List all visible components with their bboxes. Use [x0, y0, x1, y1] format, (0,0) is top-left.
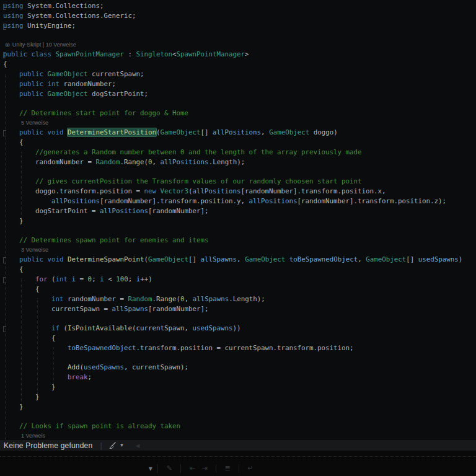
code-token: Random	[96, 158, 120, 166]
code-token: Singleton	[136, 50, 173, 58]
code-token: // Determines spawn point for enemies an…	[3, 236, 209, 244]
code-token: usedSpawns	[193, 324, 233, 332]
code-token: public	[19, 90, 48, 98]
code-token: (currentSpawn,	[132, 324, 193, 332]
code-token: (	[60, 324, 68, 332]
code-token: ,	[185, 295, 193, 303]
code-cleanup-broom-icon[interactable]	[108, 441, 117, 449]
code-token: System.Collections.Generic;	[24, 12, 136, 20]
code-editor[interactable]: using System.Collections;using System.Co…	[0, 0, 476, 440]
code-line: if (IsPointAvailable(currentSpawn, usedS…	[3, 324, 476, 333]
codelens-references[interactable]: 3 Verweise	[3, 245, 476, 255]
code-token: [randomNumber];	[148, 207, 209, 215]
code-token: dogStartPoint;	[88, 90, 149, 98]
toolbar-separator	[180, 464, 181, 473]
code-token: allSpawns	[112, 305, 149, 313]
indent-icon[interactable]: ⇥	[198, 462, 211, 475]
unity-icon: ◎	[5, 42, 10, 48]
fold-marker[interactable]	[3, 24, 6, 30]
code-token: Range	[156, 295, 177, 303]
code-token: IsPointAvailable	[68, 324, 132, 332]
fold-marker[interactable]	[3, 52, 6, 58]
code-token: new	[144, 187, 157, 195]
code-token: Add	[68, 363, 80, 371]
code-token: }	[3, 393, 40, 401]
code-token: }	[3, 403, 24, 411]
code-line: public void DetermineStartPosition(GameO…	[3, 128, 476, 138]
blank-line	[3, 226, 476, 236]
outdent-icon[interactable]: ⇤	[186, 462, 198, 475]
code-token: <	[104, 275, 117, 283]
code-token: allSpawns	[201, 255, 237, 263]
scroll-left-icon[interactable]: ◀	[135, 443, 139, 449]
code-line: currentSpawn = allSpawns[randomNumber];	[3, 304, 476, 314]
code-token: ,	[152, 158, 161, 166]
code-token: allPositions	[51, 197, 100, 205]
code-token: public void	[19, 255, 68, 263]
codelens-label: 3 Verweise	[21, 247, 48, 253]
code-token: usedSpawns	[418, 255, 459, 263]
code-token: ;	[128, 275, 136, 283]
toolbar-combobox[interactable]: ▼	[5, 464, 152, 474]
code-token: randomNumber =	[3, 158, 96, 166]
code-token: // Determines start point for doggo & Ho…	[3, 109, 188, 117]
code-token: //generates a Random number between 0 an…	[3, 148, 362, 156]
code-token: ;	[88, 373, 92, 381]
bottom-toolbar: ▼ ✎ ⇤ ⇥ ≣ ↵	[0, 461, 476, 476]
code-token	[3, 70, 19, 78]
code-token: int	[51, 295, 64, 303]
code-token: SpawnPointManager	[56, 50, 125, 58]
ide-window: using System.Collections;using System.Co…	[0, 0, 476, 476]
code-token: {	[3, 138, 24, 146]
code-token: allSpawns	[193, 295, 229, 303]
code-token: .Length);	[229, 295, 265, 303]
code-token	[3, 275, 35, 283]
code-token: public int	[19, 80, 60, 88]
code-token: for	[35, 275, 48, 283]
code-line: using UnityEngine;	[3, 21, 476, 31]
code-line: // gives currentPosition the Transform v…	[3, 177, 476, 187]
status-message[interactable]: Keine Probleme gefunden	[4, 441, 92, 450]
codelens-references[interactable]: 5 Verweise	[3, 118, 476, 128]
code-line: public GameObject currentSpawn;	[3, 69, 476, 79]
code-line: }	[3, 382, 476, 392]
code-token	[3, 197, 51, 205]
dropdown-caret-icon[interactable]: ▼	[120, 443, 125, 448]
codelens-references[interactable]: ◎Unity-Skript | 10 Verweise	[3, 40, 476, 50]
fold-marker[interactable]	[3, 257, 6, 263]
code-token: ,	[261, 128, 269, 136]
code-line: randomNumber = Random.Range(0, allPositi…	[3, 157, 476, 167]
edit-lines-icon[interactable]: ✎	[163, 462, 175, 475]
code-token: toBeSpawnedObject	[68, 344, 136, 352]
codelens-references[interactable]: 1 Verweis	[3, 431, 476, 440]
fold-marker[interactable]	[3, 130, 6, 136]
code-line: {	[3, 60, 476, 69]
code-token: []	[406, 255, 418, 263]
code-line: }	[3, 392, 476, 402]
code-token: GameObject	[48, 70, 88, 78]
toolbar-separator	[157, 464, 158, 473]
code-line: {	[3, 284, 476, 294]
fold-marker[interactable]	[3, 326, 6, 332]
code-token: GameObject	[245, 255, 285, 263]
code-token: =	[76, 275, 88, 283]
code-token: 100	[116, 275, 128, 283]
codelens-label: Unity-Skript | 10 Verweise	[12, 42, 76, 48]
code-token: toBeSpawnedObject	[289, 255, 358, 263]
code-token: [randomNumber];	[148, 305, 209, 313]
code-token: allPositions	[249, 197, 298, 205]
blank-line	[3, 314, 476, 324]
line-list-icon[interactable]: ≣	[221, 462, 234, 475]
fold-marker[interactable]	[3, 277, 6, 283]
code-line: {	[3, 265, 476, 275]
fold-marker[interactable]	[3, 4, 6, 10]
code-line: // Determines spawn point for enemies an…	[3, 236, 476, 245]
code-token: ;	[92, 275, 100, 283]
code-token: .transform.position = currentSpawn.trans…	[136, 344, 354, 352]
status-divider: |	[100, 441, 102, 450]
code-token: DetermineSpawnPoint	[68, 255, 144, 263]
editor-status-bar: Keine Probleme gefunden | ▼ ◀	[0, 440, 476, 451]
line-break-icon[interactable]: ↵	[244, 462, 257, 475]
code-token: .Length);	[209, 158, 245, 166]
code-line: Add(usedSpawns, currentSpawn);	[3, 363, 476, 372]
